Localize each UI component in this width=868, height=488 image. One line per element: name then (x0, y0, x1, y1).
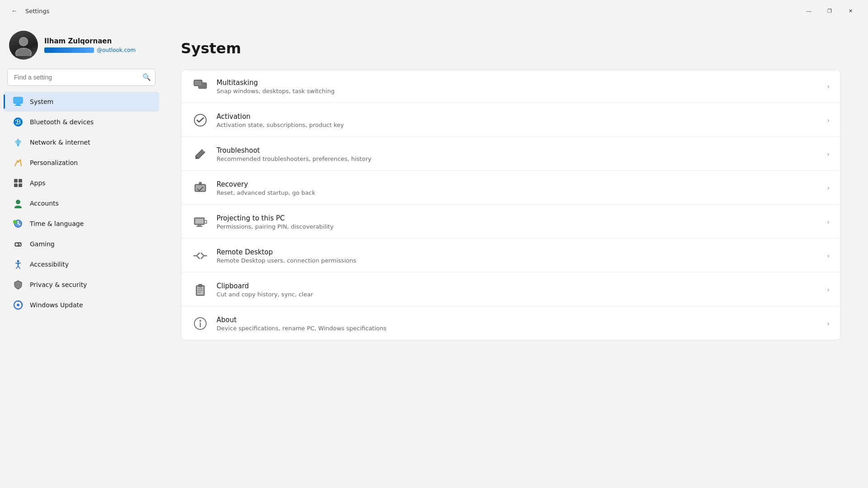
sidebar-item-apps[interactable]: Apps (4, 173, 159, 193)
remote-desktop-title: Remote Desktop (217, 248, 819, 256)
settings-item-multitasking[interactable]: Multitasking Snap windows, desktops, tas… (181, 70, 840, 103)
sidebar-label-apps: Apps (30, 179, 46, 187)
profile-email: @outlook.com (97, 47, 136, 53)
time-icon (13, 218, 24, 229)
recovery-desc: Reset, advanced startup, go back (217, 189, 819, 196)
projecting-icon (192, 214, 208, 230)
svg-point-2 (19, 38, 28, 46)
minimize-button[interactable]: — (798, 4, 819, 18)
svg-point-54 (199, 320, 201, 322)
multitasking-title: Multitasking (217, 79, 819, 87)
projecting-title: Projecting to this PC (217, 214, 819, 222)
system-icon (13, 96, 24, 107)
svg-rect-12 (14, 183, 18, 187)
multitasking-icon (192, 78, 208, 94)
profile-info: Ilham Zulqornaen @outlook.com (44, 37, 136, 53)
clipboard-icon (192, 282, 208, 298)
accessibility-icon (13, 259, 24, 270)
titlebar-controls: — ❐ ✕ (798, 4, 861, 18)
remote-desktop-desc: Remote Desktop users, connection permiss… (217, 257, 819, 264)
sidebar-item-bluetooth[interactable]: ℬ Bluetooth & devices (4, 112, 159, 132)
avatar-image (9, 31, 38, 60)
sidebar-label-gaming: Gaming (30, 240, 55, 248)
sidebar-label-windows-update: Windows Update (30, 301, 83, 309)
activation-text: Activation Activation state, subscriptio… (217, 113, 819, 128)
svg-rect-5 (16, 103, 20, 105)
svg-text:ℬ: ℬ (15, 118, 21, 126)
settings-list: Multitasking Snap windows, desktops, tas… (181, 70, 841, 340)
sidebar-label-personalization: Personalization (30, 159, 78, 166)
settings-item-remote-desktop[interactable]: Remote Desktop Remote Desktop users, con… (181, 239, 840, 272)
sidebar-label-privacy: Privacy & security (30, 281, 87, 288)
clipboard-text: Clipboard Cut and copy history, sync, cl… (217, 282, 819, 298)
settings-item-activation[interactable]: Activation Activation state, subscriptio… (181, 104, 840, 137)
projecting-chevron: › (827, 218, 830, 225)
bluetooth-icon: ℬ (13, 117, 24, 127)
sidebar-label-system: System (30, 98, 53, 105)
multitasking-chevron: › (827, 83, 830, 90)
sidebar-label-network: Network & internet (30, 139, 90, 146)
settings-item-clipboard[interactable]: Clipboard Cut and copy history, sync, cl… (181, 273, 840, 306)
sidebar-label-bluetooth: Bluetooth & devices (30, 118, 94, 126)
remote-desktop-icon (192, 248, 208, 264)
clipboard-chevron: › (827, 286, 830, 293)
sidebar-item-accounts[interactable]: Accounts (4, 193, 159, 213)
sidebar-item-windows-update[interactable]: Windows Update (4, 295, 159, 315)
maximize-button[interactable]: ❐ (819, 4, 840, 18)
about-icon (192, 315, 208, 332)
settings-item-about[interactable]: About Device specifications, rename PC, … (181, 307, 840, 340)
svg-rect-11 (19, 179, 22, 183)
remote-desktop-text: Remote Desktop Remote Desktop users, con… (217, 248, 819, 264)
sidebar: Ilham Zulqornaen @outlook.com 🔍 (0, 22, 163, 488)
troubleshoot-title: Troubleshoot (217, 146, 819, 155)
sidebar-nav: System ℬ Bluetooth & devices (0, 91, 163, 315)
about-text: About Device specifications, rename PC, … (217, 316, 819, 332)
activation-icon (192, 112, 208, 128)
windows-update-icon (13, 300, 24, 310)
sidebar-item-personalization[interactable]: Personalization (4, 153, 159, 173)
sidebar-item-time[interactable]: Time & language (4, 214, 159, 234)
accounts-icon (13, 198, 24, 209)
titlebar-title: Settings (25, 8, 49, 14)
activation-title: Activation (217, 113, 819, 121)
svg-rect-45 (198, 225, 201, 226)
svg-point-24 (19, 244, 20, 244)
clipboard-title: Clipboard (217, 282, 819, 290)
svg-rect-10 (14, 179, 18, 183)
recovery-icon (192, 180, 208, 196)
search-button[interactable]: 🔍 (142, 73, 151, 81)
sidebar-item-privacy[interactable]: Privacy & security (4, 275, 159, 295)
page-title: System (181, 40, 841, 57)
avatar-svg (13, 34, 34, 56)
settings-item-recovery[interactable]: Recovery Reset, advanced startup, go bac… (181, 172, 840, 205)
troubleshoot-chevron: › (827, 150, 830, 158)
svg-rect-6 (15, 105, 21, 106)
svg-rect-49 (198, 284, 202, 287)
clipboard-desc: Cut and copy history, sync, clear (217, 291, 819, 298)
svg-point-15 (14, 206, 22, 208)
troubleshoot-text: Troubleshoot Recommended troubleshooters… (217, 146, 819, 162)
profile-email-bar (44, 47, 94, 53)
troubleshoot-desc: Recommended troubleshooters, preferences… (217, 155, 819, 162)
svg-rect-37 (194, 80, 202, 85)
svg-point-14 (16, 200, 20, 204)
personalization-icon (13, 157, 24, 168)
svg-rect-4 (14, 97, 23, 103)
sidebar-item-network[interactable]: Network & internet (4, 132, 159, 152)
search-input[interactable] (7, 69, 156, 86)
multitasking-desc: Snap windows, desktops, task switching (217, 88, 819, 94)
settings-item-troubleshoot[interactable]: Troubleshoot Recommended troubleshooters… (181, 138, 840, 171)
recovery-title: Recovery (217, 180, 819, 188)
recovery-chevron: › (827, 184, 830, 192)
sidebar-item-accessibility[interactable]: Accessibility (4, 254, 159, 274)
search-box: 🔍 (7, 69, 156, 86)
sidebar-item-gaming[interactable]: Gaming (4, 234, 159, 254)
settings-item-projecting[interactable]: Projecting to this PC Permissions, pairi… (181, 206, 840, 239)
projecting-text: Projecting to this PC Permissions, pairi… (217, 214, 819, 230)
back-button[interactable]: ← (7, 4, 22, 18)
svg-point-20 (13, 220, 17, 224)
sidebar-item-system[interactable]: System (4, 92, 159, 112)
troubleshoot-icon (192, 146, 208, 162)
main-content: System Multitasking Snap windows, deskto… (163, 22, 868, 488)
close-button[interactable]: ✕ (840, 4, 861, 18)
